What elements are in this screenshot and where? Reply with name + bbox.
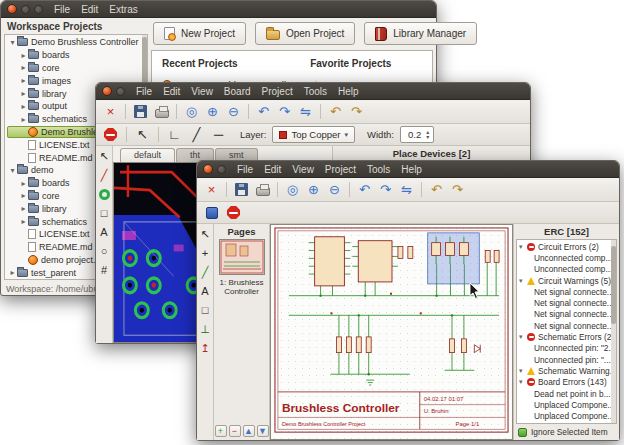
rotate-cw-icon[interactable]: ↷	[376, 180, 395, 199]
print-icon[interactable]	[152, 102, 171, 121]
page-thumbnail[interactable]	[219, 239, 265, 275]
erc-item[interactable]: Net signal connecte...	[517, 309, 616, 320]
zoom-in-icon[interactable]: ⊕	[203, 102, 222, 121]
add-page-button[interactable]: +	[215, 425, 227, 437]
move-page-down-button[interactable]: ▼	[257, 425, 269, 437]
expander-icon[interactable]: ▸	[19, 191, 28, 200]
print-icon[interactable]	[253, 180, 272, 199]
add-vcc-icon[interactable]: ↥	[198, 341, 213, 356]
expander-icon[interactable]: ▸	[19, 51, 28, 60]
board-editor-titlebar[interactable]: FileEditViewBoardProjectToolsHelp	[96, 83, 530, 100]
move-tool-icon[interactable]: +	[198, 246, 213, 261]
menu-item-edit[interactable]: Edit	[81, 4, 98, 15]
draw-wire-icon[interactable]: ╱	[198, 265, 213, 280]
menu-item-help[interactable]: Help	[338, 86, 359, 97]
menu-item-tools[interactable]: Tools	[304, 86, 327, 97]
library-manager-button[interactable]: Library Manager	[364, 22, 477, 45]
ignore-selected-item-button[interactable]: Ignore Selected Item	[514, 424, 619, 440]
save-icon[interactable]	[131, 102, 150, 121]
add-text-icon[interactable]: A	[97, 225, 112, 240]
erc-group[interactable]: ▾Schematic Warning...	[517, 365, 616, 376]
expander-icon[interactable]: ▾	[519, 277, 527, 285]
menu-item-file[interactable]: File	[237, 164, 253, 175]
wire-mode-straight-icon[interactable]: ─	[209, 125, 228, 144]
width-input[interactable]: 0.2 ▴▾	[400, 126, 434, 143]
undo-icon[interactable]: ↶	[427, 180, 446, 199]
zoom-out-icon[interactable]: ⊖	[325, 180, 344, 199]
tab-default[interactable]: default	[120, 148, 175, 162]
maximize-button[interactable]	[34, 5, 43, 14]
zoom-in-icon[interactable]: ⊕	[304, 180, 323, 199]
close-button[interactable]	[102, 86, 112, 96]
expander-icon[interactable]: ▸	[19, 89, 28, 98]
menu-item-file[interactable]: File	[54, 4, 70, 15]
erc-item[interactable]: Unconnected pin: "2...	[517, 343, 616, 354]
erc-item[interactable]: Unplaced Compone...	[517, 410, 616, 421]
select-tool-icon[interactable]: ↖	[97, 149, 112, 164]
draw-trace-icon[interactable]: ╱	[97, 168, 112, 183]
erc-scrollbar[interactable]	[611, 240, 616, 423]
menu-item-edit[interactable]: Edit	[163, 86, 180, 97]
rotate-cw-icon[interactable]: ↷	[275, 102, 294, 121]
remove-page-button[interactable]: −	[229, 425, 241, 437]
close-button[interactable]	[7, 4, 17, 14]
new-project-button[interactable]: New Project	[153, 22, 246, 45]
select-tool-icon[interactable]: ↖	[133, 125, 152, 144]
menu-item-project[interactable]: Project	[262, 86, 293, 97]
add-net-label-icon[interactable]: A	[198, 284, 213, 299]
control-panel-titlebar[interactable]: FileEditExtras	[1, 1, 436, 18]
wire-mode-45-icon[interactable]: ╱	[187, 125, 206, 144]
menu-item-board[interactable]: Board	[224, 86, 251, 97]
add-component-icon[interactable]: □	[198, 303, 213, 318]
minimize-button[interactable]	[116, 87, 125, 96]
erc-list[interactable]: ▾Circuit Errors (2)Unconnected comp...Un…	[516, 239, 617, 424]
redo-icon[interactable]: ↷	[347, 102, 366, 121]
tree-item[interactable]: ▾Demo Brushless Controller	[7, 36, 146, 49]
undo-icon[interactable]: ↶	[326, 102, 345, 121]
expander-icon[interactable]: ▸	[19, 217, 28, 226]
schematic-editor-titlebar[interactable]: FileEditViewProjectToolsHelp	[197, 161, 619, 178]
expander-icon[interactable]: ▾	[519, 243, 527, 251]
menu-item-view[interactable]: View	[292, 164, 314, 175]
redo-icon[interactable]: ↷	[448, 180, 467, 199]
page-item-label[interactable]: 1: Brushless Controller	[216, 278, 268, 296]
select-tool-icon[interactable]: ↖	[198, 227, 213, 242]
flip-icon[interactable]: ⇋	[397, 180, 416, 199]
erc-item[interactable]: Net signal connecte...	[517, 320, 616, 331]
abort-command-icon[interactable]	[101, 125, 120, 144]
add-hole-icon[interactable]: ○	[97, 244, 112, 259]
expander-icon[interactable]: ▾	[519, 367, 527, 375]
erc-item[interactable]: Unconnected pin: "...	[517, 354, 616, 365]
erc-scrollbar-thumb[interactable]	[611, 246, 616, 324]
flip-icon[interactable]: ⇋	[296, 102, 315, 121]
expander-icon[interactable]: ▸	[19, 76, 28, 85]
erc-item[interactable]: Net signal connecte...	[517, 286, 616, 297]
zoom-fit-icon[interactable]: ◎	[283, 180, 302, 199]
layer-select[interactable]: Top Copper ▾	[272, 126, 355, 143]
erc-group[interactable]: ▾Schematic Errors (2)	[517, 331, 616, 342]
minimize-button[interactable]	[217, 165, 226, 174]
menu-item-edit[interactable]: Edit	[264, 164, 281, 175]
zoom-fit-icon[interactable]: ◎	[182, 102, 201, 121]
open-project-button[interactable]: Open Project	[255, 22, 355, 45]
erc-group[interactable]: ▾Board Errors (143)	[517, 377, 616, 388]
expander-icon[interactable]: ▸	[19, 179, 28, 188]
menu-item-extras[interactable]: Extras	[109, 4, 137, 15]
close-project-icon[interactable]: ×	[101, 102, 120, 121]
move-page-up-button[interactable]: ▲	[243, 425, 255, 437]
expander-icon[interactable]: ▸	[8, 268, 17, 277]
menu-item-tools[interactable]: Tools	[367, 164, 390, 175]
spinner-buttons[interactable]: ▴▾	[426, 130, 429, 140]
erc-item[interactable]: Unconnected comp...	[517, 252, 616, 263]
abort-command-icon[interactable]	[224, 203, 243, 222]
menu-item-file[interactable]: File	[136, 86, 152, 97]
add-gnd-icon[interactable]: ⊥	[198, 322, 213, 337]
menu-item-view[interactable]: View	[191, 86, 213, 97]
save-icon[interactable]	[232, 180, 251, 199]
minimize-button[interactable]	[21, 5, 30, 14]
zoom-out-icon[interactable]: ⊖	[224, 102, 243, 121]
menu-item-help[interactable]: Help	[401, 164, 422, 175]
expander-icon[interactable]: ▸	[19, 102, 28, 111]
draw-polygon-icon[interactable]: □	[97, 206, 112, 221]
tree-item[interactable]: ▸core	[7, 62, 146, 75]
